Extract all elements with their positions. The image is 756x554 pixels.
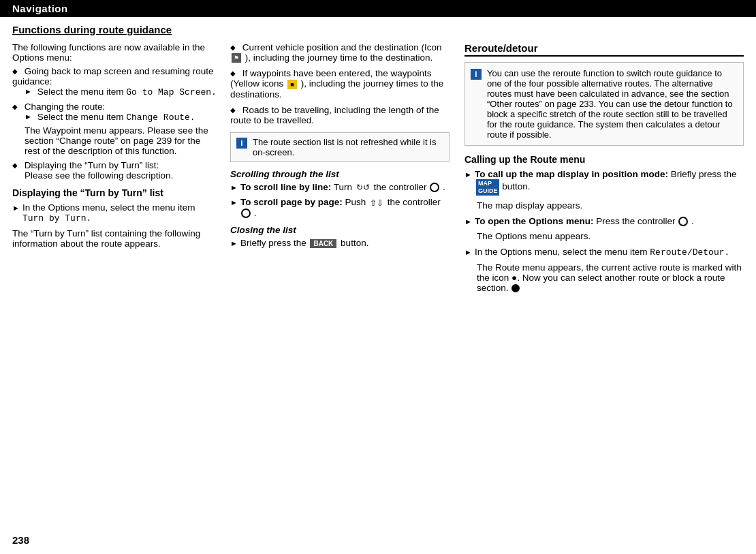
waypoint-icon: ■ xyxy=(287,80,297,89)
diamond-icon: ◆ xyxy=(12,161,18,169)
turn-by-turn-menu: Turn by Turn. xyxy=(22,213,91,224)
calling-item-3: ► In the Options menu, select the menu i… xyxy=(464,247,744,258)
bullet-going-back: Going back to map screen and resuming ro… xyxy=(12,66,213,87)
turn-by-turn-item: ► In the Options menu, select the menu i… xyxy=(12,202,218,224)
closing-title: Closing the list xyxy=(230,225,450,235)
list-item: ◆ Roads to be traveling, including the l… xyxy=(230,105,450,125)
back-button-label: BACK xyxy=(310,239,336,248)
scroll-line-controller: the controller xyxy=(373,182,426,192)
turn-by-turn-desc: The “Turn by Turn” list containing the f… xyxy=(12,228,218,249)
calling-item-1: ► To call up the map display in position… xyxy=(464,169,744,196)
page-number: 238 xyxy=(12,534,29,546)
arrow-icon: ► xyxy=(25,112,32,121)
current-vehicle-text: Current vehicle position and the destina… xyxy=(230,42,441,63)
turn-arrows-icon: ↻↺ xyxy=(356,183,370,192)
scroll-line-bold: To scroll line by line: xyxy=(240,182,331,192)
diamond-icon: ◆ xyxy=(12,103,18,110)
header-title: Navigation xyxy=(12,3,68,14)
scroll-line-text: To scroll line by line: Turn ↻↺ the cont… xyxy=(240,182,445,192)
arrow-icon: ► xyxy=(464,248,472,256)
section-title: Functions during route guidance xyxy=(12,24,744,35)
calling-bold-2: To open the Options menu: xyxy=(475,216,594,226)
controller-circle xyxy=(430,183,439,192)
reroute-info-box: i You can use the reroute function to sw… xyxy=(464,62,744,146)
reroute-header: Reroute/detour xyxy=(464,42,744,57)
active-route-icon xyxy=(511,284,520,292)
select-menu-text: Select the menu item xyxy=(37,87,124,97)
scrolling-title: Scrolling through the list xyxy=(230,169,450,179)
menu-item-goto: Go to Map Screen. xyxy=(126,87,217,97)
closing-item: ► Briefly press the BACK button. xyxy=(230,238,450,248)
scroll-page-push: Push xyxy=(345,197,366,207)
middle-column: ◆ Current vehicle position and the desti… xyxy=(230,42,462,253)
arrow-icon: ► xyxy=(464,217,472,226)
calling-item-1-extra: The map display appears. xyxy=(464,200,744,211)
left-column: The following functions are now availabl… xyxy=(12,42,230,252)
please-see-text: Please see the following description. xyxy=(25,170,218,181)
turn-by-turn-heading: Displaying the “Turn by Turn” list xyxy=(12,187,218,198)
select-menu-text2: Select the menu item xyxy=(37,112,124,122)
controller-circle xyxy=(678,217,688,226)
arrow-icon: ► xyxy=(12,204,20,212)
page: Navigation Functions during route guidan… xyxy=(0,0,756,554)
calling-bold-1: To call up the map display in position m… xyxy=(475,169,668,179)
arrow-icon: ► xyxy=(25,87,32,95)
closing-text: Briefly press the BACK button. xyxy=(240,238,369,248)
waypoints-text: If waypoints have been entered, the wayp… xyxy=(230,68,443,99)
calling-item-2-text: To open the Options menu: Press the cont… xyxy=(475,216,694,226)
arrow-icon: ► xyxy=(230,239,238,247)
scroll-page-bold: To scroll page by page: xyxy=(240,197,343,207)
scroll-page-period: . xyxy=(254,208,257,218)
bullet-list: ◆ Going back to map screen and resuming … xyxy=(12,66,218,181)
list-item: ◆ Going back to map screen and resuming … xyxy=(12,66,218,97)
updown-icon: ⇧⇩ xyxy=(370,198,383,208)
roads-text: Roads to be traveling, including the len… xyxy=(230,105,439,125)
reroute-menu-item: Reroute/Detour. xyxy=(650,247,729,258)
calling-item-3-text: In the Options menu, select the menu ite… xyxy=(475,247,729,258)
diamond-icon: ◆ xyxy=(230,70,236,77)
calling-item-2-extra: The Options menu appears. xyxy=(464,231,744,241)
middle-bullet-list: ◆ Current vehicle position and the desti… xyxy=(230,42,450,125)
turn-by-turn-intro: In the Options menu, select the menu ite… xyxy=(22,202,218,224)
diamond-icon: ◆ xyxy=(12,67,18,75)
scroll-page-item: ► To scroll page by page: Push ⇧⇩ the co… xyxy=(230,197,450,218)
calling-item-1-text: To call up the map display in position m… xyxy=(475,169,744,196)
info-box-text: The route section list is not refreshed … xyxy=(253,137,443,157)
menu-item-change: Change Route. xyxy=(126,112,195,123)
indent-go-to-map: ► Select the menu item Go to Map Screen. xyxy=(12,87,218,97)
arrow-icon: ► xyxy=(230,183,238,191)
list-item: ◆ Changing the route: ► Select the menu … xyxy=(12,102,218,156)
scroll-page-controller: the controller xyxy=(388,197,441,207)
indent-change-route: ► Select the menu item Change Route. The… xyxy=(12,112,218,156)
list-item: ◆ Current vehicle position and the desti… xyxy=(230,42,450,63)
arrow-icon: ► xyxy=(464,170,472,179)
right-column: Reroute/detour i You can use the reroute… xyxy=(462,42,744,298)
diamond-icon: ◆ xyxy=(230,44,236,51)
scroll-line-period: . xyxy=(443,182,445,192)
page-header: Navigation xyxy=(0,0,756,17)
info-box: i The route section list is not refreshe… xyxy=(230,132,450,162)
indent-turn: Please see the following description. xyxy=(12,170,218,181)
columns: The following functions are now availabl… xyxy=(12,42,744,298)
list-item: ◆ If waypoints have been entered, the wa… xyxy=(230,68,450,99)
diamond-icon: ◆ xyxy=(230,106,236,114)
intro-text: The following functions are now availabl… xyxy=(12,42,218,63)
calling-item-3-extra: The Route menu appears, the current acti… xyxy=(464,262,744,293)
reroute-info-text: You can use the reroute function to swit… xyxy=(487,68,738,140)
controller-circle xyxy=(241,209,251,218)
info-icon: i xyxy=(236,138,247,149)
scroll-line-turn: Turn xyxy=(334,182,352,192)
bullet-changing-route: Changing the route: xyxy=(25,102,106,112)
list-item: ◆ Displaying the “Turn by Turn” list: Pl… xyxy=(12,160,218,181)
scroll-page-text: To scroll page by page: Push ⇧⇩ the cont… xyxy=(240,197,450,218)
scroll-line-item: ► To scroll line by line: Turn ↻↺ the co… xyxy=(230,182,450,192)
calling-title: Calling up the Route menu xyxy=(464,154,744,165)
destination-icon: ⚑ xyxy=(232,53,241,63)
info-icon: i xyxy=(471,69,482,80)
arrow-icon: ► xyxy=(230,198,238,206)
waypoint-desc: The Waypoint menu appears. Please see th… xyxy=(25,125,218,156)
calling-item-2: ► To open the Options menu: Press the co… xyxy=(464,216,744,226)
mapguide-button: MAPGUIDE xyxy=(476,179,500,196)
bullet-display-turn: Displaying the “Turn by Turn” list: xyxy=(25,160,159,170)
main-content: Functions during route guidance The foll… xyxy=(0,17,756,305)
